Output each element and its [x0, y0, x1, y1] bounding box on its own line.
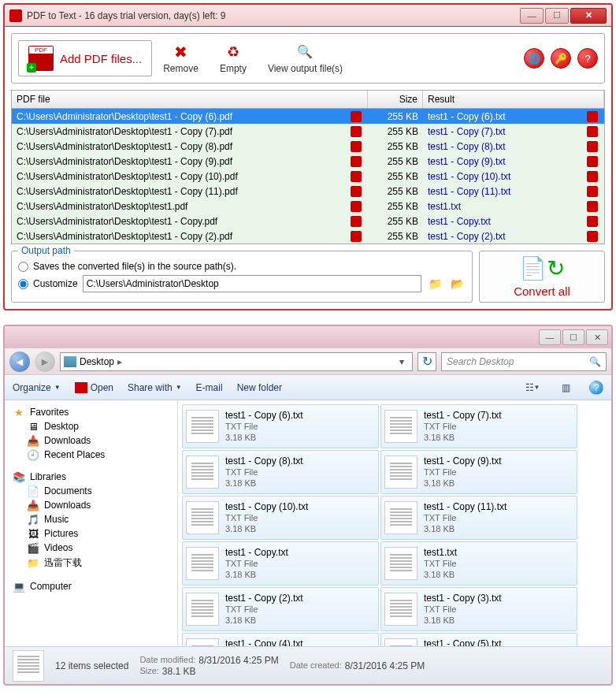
table-row[interactable]: C:\Users\Administrator\Desktop\test1 - C…	[12, 184, 604, 199]
file-tile[interactable]: test1 - Copy (8).txtTXT File3.18 KB	[182, 450, 379, 494]
file-tile[interactable]: test1 - Copy.txtTXT File3.18 KB	[182, 541, 379, 586]
table-row[interactable]: C:\Users\Administrator\Desktop\test1 - C…	[12, 169, 604, 184]
explorer-help-button[interactable]: ?	[589, 381, 603, 395]
save-source-radio[interactable]	[18, 262, 28, 272]
remove-button[interactable]: ✖ Remove	[155, 42, 206, 76]
open-folder-button[interactable]: 📂	[448, 276, 466, 292]
sidebar-item[interactable]: 📁迅雷下载	[5, 555, 177, 571]
exp-minimize-button[interactable]: —	[539, 329, 561, 345]
col-header-result[interactable]: Result	[423, 91, 604, 108]
file-tile[interactable]: test1.txtTXT File3.18 KB	[380, 541, 577, 586]
files-area[interactable]: test1 - Copy (6).txtTXT File3.18 KBtest1…	[178, 400, 611, 646]
file-tile[interactable]: test1 - Copy (10).txtTXT File3.18 KB	[182, 496, 379, 540]
txt-file-icon	[384, 547, 417, 580]
result-file-icon	[587, 156, 598, 167]
col-header-size[interactable]: Size	[368, 91, 423, 108]
sidebar-favorites[interactable]: ★Favorites	[5, 405, 177, 419]
new-folder-button[interactable]: New folder	[237, 382, 282, 393]
sidebar-item[interactable]: 📄Documents	[5, 484, 177, 498]
result-file-icon	[587, 171, 598, 182]
titlebar[interactable]: PDF to Text - 16 days trial version, day…	[5, 5, 611, 27]
share-with-menu[interactable]: Share with▼	[128, 382, 182, 393]
empty-button[interactable]: ♻ Empty	[210, 42, 257, 76]
sidebar-libraries[interactable]: 📚Libraries	[5, 470, 177, 484]
maximize-button[interactable]: ☐	[545, 8, 569, 24]
add-pdf-files-button[interactable]: Add PDF files...	[18, 40, 152, 76]
grid-body[interactable]: C:\Users\Administrator\Desktop\test1 - C…	[12, 109, 604, 244]
file-tile[interactable]: test1 - Copy (3).txtTXT File3.18 KB	[380, 587, 577, 631]
browse-folder-button[interactable]: 📁	[426, 276, 443, 292]
table-row[interactable]: C:\Users\Administrator\Desktop\test1 - C…	[12, 154, 604, 169]
address-dropdown-icon[interactable]: ▾	[395, 356, 409, 367]
convert-all-button[interactable]: 📄↻ Convert all	[479, 251, 605, 303]
sidebar-item[interactable]: 📥Downloads	[5, 433, 177, 448]
breadcrumb-arrow-icon[interactable]: ▸	[117, 356, 122, 367]
pdf-file-icon	[351, 216, 362, 227]
result-file-icon	[587, 186, 598, 197]
remove-icon: ✖	[173, 43, 190, 61]
exp-close-button[interactable]: ✕	[586, 329, 608, 345]
explorer-titlebar[interactable]: — ☐ ✕	[5, 326, 611, 348]
library-icon: 📁	[27, 558, 39, 569]
file-tile[interactable]: test1 - Copy (4).txtTXT File3.18 KB	[182, 633, 379, 646]
txt-file-icon	[186, 547, 219, 580]
sidebar-computer[interactable]: 💻Computer	[5, 579, 177, 593]
result-file-icon	[587, 201, 598, 212]
file-tile[interactable]: test1 - Copy (6).txtTXT File3.18 KB	[182, 404, 379, 448]
customize-label: Customize	[33, 278, 78, 289]
table-row[interactable]: C:\Users\Administrator\Desktop\test1.pdf…	[12, 199, 604, 214]
pdf-file-icon	[351, 126, 362, 137]
window-title: PDF to Text - 16 days trial version, day…	[27, 10, 518, 21]
pdf-file-icon	[351, 156, 362, 167]
help-button[interactable]: ?	[577, 48, 598, 69]
customize-path-input[interactable]	[83, 275, 421, 292]
result-file-icon	[587, 231, 598, 242]
table-row[interactable]: C:\Users\Administrator\Desktop\test1 - C…	[12, 229, 604, 244]
minimize-button[interactable]: —	[520, 8, 544, 24]
address-bar[interactable]: Desktop ▸ ▾	[60, 352, 413, 371]
search-input[interactable]: Search Desktop 🔍	[441, 352, 607, 371]
pdf-to-text-window: PDF to Text - 16 days trial version, day…	[3, 3, 613, 310]
pdf-file-icon	[351, 186, 362, 197]
txt-file-icon	[186, 501, 219, 534]
file-tile[interactable]: test1 - Copy (7).txtTXT File3.18 KB	[380, 404, 577, 448]
sidebar-item[interactable]: 📥Downloads	[5, 498, 177, 512]
txt-file-icon	[186, 455, 219, 489]
view-output-button[interactable]: 🔍 View output file(s)	[260, 42, 351, 76]
pdf-add-icon	[28, 46, 54, 71]
customize-radio[interactable]	[18, 279, 28, 289]
table-row[interactable]: C:\Users\Administrator\Desktop\test1 - C…	[12, 214, 604, 229]
table-row[interactable]: C:\Users\Administrator\Desktop\test1 - C…	[12, 124, 604, 139]
output-path-group: Output path Saves the converted file(s) …	[11, 251, 473, 303]
txt-file-icon	[384, 501, 417, 534]
table-row[interactable]: C:\Users\Administrator\Desktop\test1 - C…	[12, 109, 604, 124]
register-button[interactable]: 🔑	[551, 48, 571, 69]
table-row[interactable]: C:\Users\Administrator\Desktop\test1 - C…	[12, 139, 604, 154]
nav-back-button[interactable]: ◄	[9, 351, 30, 372]
pdf-file-icon	[351, 201, 362, 212]
preview-pane-button[interactable]: ▥	[556, 379, 575, 396]
open-button[interactable]: Open	[75, 382, 113, 393]
view-options-button[interactable]: ☷▼	[523, 379, 542, 396]
file-tile[interactable]: test1 - Copy (5).txtTXT File3.18 KB	[380, 633, 577, 646]
email-button[interactable]: E-mail	[196, 382, 223, 393]
convert-icon: 📄↻	[519, 255, 565, 281]
col-header-file[interactable]: PDF file	[12, 91, 368, 108]
close-button[interactable]: ✕	[570, 8, 607, 24]
file-tile[interactable]: test1 - Copy (2).txtTXT File3.18 KB	[182, 587, 379, 631]
sidebar-item[interactable]: 🖼Pictures	[5, 526, 177, 541]
sidebar-item[interactable]: 🎬Videos	[5, 541, 177, 555]
sidebar-item[interactable]: 🕘Recent Places	[5, 448, 177, 462]
exp-maximize-button[interactable]: ☐	[562, 329, 584, 345]
file-tile[interactable]: test1 - Copy (11).txtTXT File3.18 KB	[380, 496, 577, 540]
refresh-button[interactable]: ↻	[417, 352, 436, 371]
sidebar-item[interactable]: 🎵Music	[5, 512, 177, 526]
sidebar-item[interactable]: 🖥Desktop	[5, 419, 177, 433]
website-button[interactable]: 🌐	[524, 48, 544, 69]
result-file-icon	[587, 216, 598, 227]
nav-forward-button[interactable]: ►	[35, 351, 55, 372]
breadcrumb-desktop[interactable]: Desktop	[80, 356, 114, 367]
explorer-toolbar: Organize▼ Open Share with▼ E-mail New fo…	[5, 375, 611, 400]
file-tile[interactable]: test1 - Copy (9).txtTXT File3.18 KB	[380, 450, 577, 494]
organize-menu[interactable]: Organize▼	[13, 382, 61, 393]
